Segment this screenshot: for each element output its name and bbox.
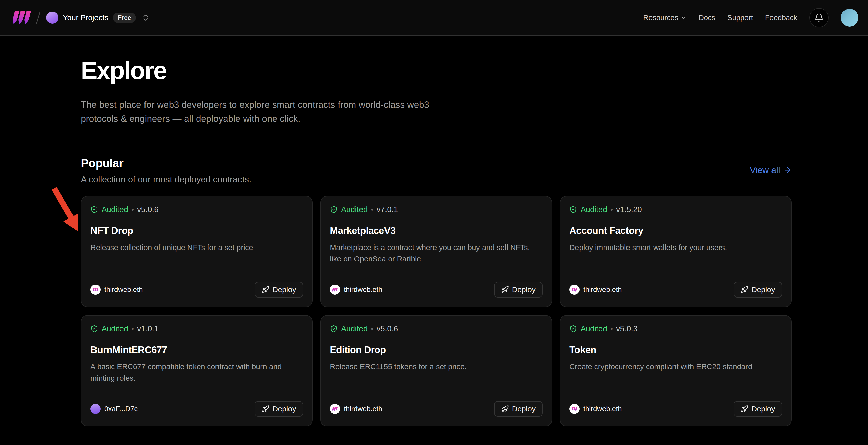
audited-badge: Audited [341,324,368,333]
nav-support-label: Support [727,13,753,22]
project-switcher-button[interactable] [141,12,151,23]
publisher-link[interactable]: thirdweb.eth [569,404,622,414]
contract-title[interactable]: MarketplaceV3 [330,225,542,236]
thirdweb-mini-logo [571,407,574,411]
rocket-icon [501,286,509,293]
audit-badge-row: Audited • v1.0.1 [90,324,303,333]
card-footer: thirdweb.eth Deploy [569,282,782,297]
arrow-right-icon [783,166,792,174]
contract-card-edition-drop[interactable]: Audited • v5.0.6 Edition Drop Release ER… [320,315,552,426]
contract-title[interactable]: NFT Drop [90,225,303,236]
project-name[interactable]: Your Projects [63,13,108,22]
contract-description: Release ERC1155 tokens for a set price. [330,361,542,372]
deploy-button[interactable]: Deploy [494,401,542,417]
nav-resources[interactable]: Resources [643,13,686,22]
publisher-name: thirdweb.eth [583,405,622,413]
deploy-label: Deploy [751,285,775,294]
dot-separator: • [131,325,134,333]
publisher-name: thirdweb.eth [344,286,382,294]
card-footer: thirdweb.eth Deploy [90,282,303,297]
contract-version: v5.0.3 [616,324,638,333]
audit-badge-row: Audited • v5.0.6 [90,205,303,214]
contract-description: Create cryptocurrency compliant with ERC… [569,361,782,372]
breadcrumb-slash-divider [36,11,40,24]
explore-page: Explore The best place for web3 develope… [0,36,868,426]
deploy-button[interactable]: Deploy [734,282,782,297]
thirdweb-mini-logo [332,288,334,292]
contract-card-account-factory[interactable]: Audited • v1.5.20 Account Factory Deploy… [560,196,792,307]
rocket-icon [262,405,269,413]
deploy-button[interactable]: Deploy [734,401,782,417]
contract-title[interactable]: Account Factory [569,225,782,236]
publisher-avatar [569,285,580,295]
contract-title[interactable]: Token [569,345,782,355]
publisher-name: thirdweb.eth [104,286,143,294]
publisher-name: thirdweb.eth [583,286,622,294]
deploy-label: Deploy [751,404,775,413]
audit-badge-row: Audited • v1.5.20 [569,205,782,214]
deploy-button[interactable]: Deploy [255,282,303,297]
thirdweb-mini-logo [571,288,574,292]
contract-version: v5.0.6 [377,324,398,333]
audit-badge-row: Audited • v5.0.3 [569,324,782,333]
popular-title: Popular [81,156,251,170]
nav-docs-label: Docs [699,13,715,22]
contract-version: v1.0.1 [137,324,158,333]
publisher-link[interactable]: thirdweb.eth [569,285,622,295]
shield-check-icon [569,325,577,332]
audited-badge: Audited [581,324,607,333]
publisher-link[interactable]: thirdweb.eth [330,404,382,414]
page-title: Explore [81,58,792,84]
contract-description: A basic ERC677 compatible token contract… [90,361,303,384]
nav-feedback-label: Feedback [765,13,797,22]
contract-card-nft-drop[interactable]: Audited • v5.0.6 NFT Drop Release collec… [81,196,313,307]
contract-card-marketplacev3[interactable]: Audited • v7.0.1 MarketplaceV3 Marketpla… [320,196,552,307]
contract-cards-grid: Audited • v5.0.6 NFT Drop Release collec… [81,196,792,426]
rocket-icon [262,286,269,293]
publisher-link[interactable]: thirdweb.eth [90,285,143,295]
view-all-link[interactable]: View all [750,165,792,175]
deploy-label: Deploy [273,404,296,413]
dot-separator: • [371,325,373,333]
deploy-label: Deploy [512,285,535,294]
shield-check-icon [569,205,577,214]
deploy-button[interactable]: Deploy [255,401,303,417]
logo-ribbon [11,11,19,25]
notifications-button[interactable] [809,8,829,27]
contract-title[interactable]: Edition Drop [330,345,542,355]
audited-badge: Audited [341,205,368,214]
plan-badge: Free [113,12,136,23]
view-all-label: View all [750,165,780,175]
nav-docs[interactable]: Docs [699,13,715,22]
publisher-link[interactable]: thirdweb.eth [330,285,382,295]
dot-separator: • [610,205,613,214]
nav-resources-label: Resources [643,13,678,22]
user-account-avatar[interactable] [841,9,859,27]
chevrons-up-down-icon [142,13,150,22]
shield-check-icon [330,325,338,332]
audit-badge-row: Audited • v7.0.1 [330,205,542,214]
deploy-button[interactable]: Deploy [494,282,542,297]
contract-version: v7.0.1 [377,205,398,214]
nav-feedback[interactable]: Feedback [765,13,797,22]
contract-version: v5.0.6 [137,205,158,214]
audit-badge-row: Audited • v5.0.6 [330,324,542,333]
contract-title[interactable]: BurnMintERC677 [90,345,303,355]
top-navigation-bar: Your Projects Free Resources Docs Suppor… [0,0,868,36]
card-footer: 0xaF...D7c Deploy [90,401,303,417]
audited-badge: Audited [101,324,128,333]
publisher-link[interactable]: 0xaF...D7c [90,404,138,414]
publisher-avatar [569,404,580,414]
contract-description: Deploy immutable smart wallets for your … [569,242,782,253]
thirdweb-logo[interactable] [12,10,30,25]
shield-check-icon [90,205,98,214]
contract-card-burnminterc677[interactable]: Audited • v1.0.1 BurnMintERC677 A basic … [81,315,313,426]
bell-icon [814,13,824,22]
rocket-icon [501,405,509,413]
project-avatar[interactable] [46,11,58,24]
contract-description: Marketplace is a contract where you can … [330,242,542,264]
card-footer: thirdweb.eth Deploy [330,401,542,417]
nav-support[interactable]: Support [727,13,753,22]
contract-card-token[interactable]: Audited • v5.0.3 Token Create cryptocurr… [560,315,792,426]
thirdweb-mini-logo [92,288,95,292]
